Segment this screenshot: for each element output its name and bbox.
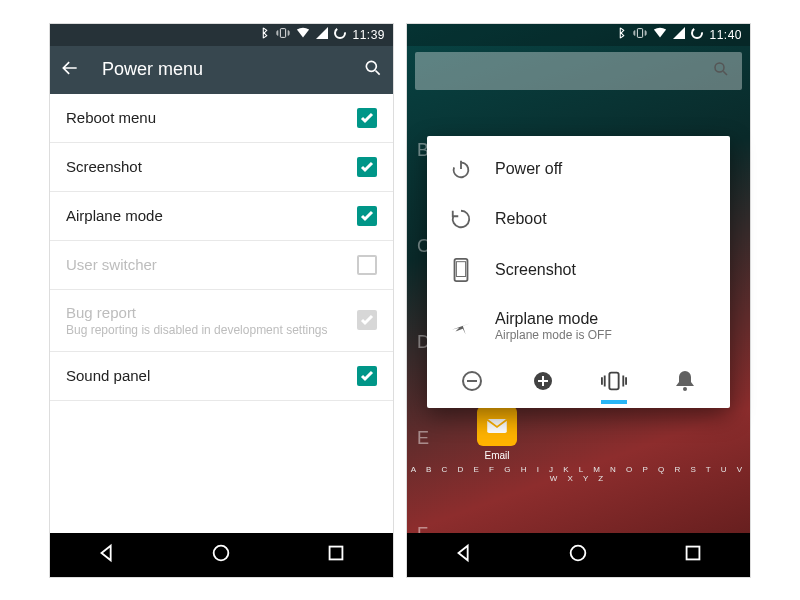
phone-right-power-dialog: 11:40 BCDEF Email A B C D E F G H I J K … (406, 23, 751, 578)
svg-rect-13 (467, 380, 477, 382)
app-label: Email (484, 450, 509, 461)
wifi-icon (653, 27, 667, 42)
power-icon (449, 158, 473, 180)
svg-point-3 (214, 545, 229, 560)
power-menu-airplane[interactable]: Airplane mode Airplane mode is OFF (427, 296, 730, 356)
power-menu-label: Power off (495, 160, 562, 178)
setting-reboot-menu[interactable]: Reboot menu (50, 94, 393, 143)
setting-airplane-mode[interactable]: Airplane mode (50, 192, 393, 241)
svg-rect-4 (329, 546, 342, 559)
svg-point-19 (571, 545, 586, 560)
toolbar: Power menu (50, 46, 393, 94)
search-icon[interactable] (363, 58, 383, 82)
status-bar: 11:39 (50, 24, 393, 46)
screenshot-icon (449, 258, 473, 282)
bluetooth-icon (260, 27, 270, 42)
status-clock: 11:39 (352, 28, 385, 42)
setting-user-switcher: User switcher (50, 241, 393, 290)
settings-list: Reboot menu Screenshot Airplane mode Use… (50, 94, 393, 533)
nav-home-icon[interactable] (567, 542, 589, 568)
sound-mode-row (427, 356, 730, 404)
svg-point-18 (683, 387, 687, 391)
svg-point-1 (335, 28, 345, 38)
page-title: Power menu (102, 59, 341, 80)
wifi-icon (296, 27, 310, 42)
setting-label: Bug report Bug reporting is disabled in … (66, 304, 357, 337)
status-bar: 11:40 (407, 24, 750, 46)
nav-recents-icon[interactable] (682, 542, 704, 568)
setting-label: Reboot menu (66, 109, 357, 126)
nav-back-icon[interactable] (453, 542, 475, 568)
email-icon (477, 406, 517, 446)
vibrate-icon (276, 27, 290, 42)
bluetooth-icon (617, 27, 627, 42)
power-menu-reboot[interactable]: Reboot (427, 194, 730, 244)
phone-left-power-menu-settings: 11:39 Power menu Reboot menu Screenshot … (49, 23, 394, 578)
loading-icon (691, 27, 703, 42)
cell-signal-icon (673, 27, 685, 42)
svg-rect-16 (538, 380, 548, 382)
setting-label: Screenshot (66, 158, 357, 175)
checkbox-checked-icon[interactable] (357, 108, 377, 128)
power-menu-label: Screenshot (495, 261, 576, 279)
setting-label: User switcher (66, 256, 357, 273)
nav-recents-icon[interactable] (325, 542, 347, 568)
svg-point-7 (715, 63, 724, 72)
setting-label: Airplane mode (66, 207, 357, 224)
setting-label: Sound panel (66, 367, 357, 384)
back-icon[interactable] (60, 58, 80, 82)
sound-mode-dnd-icon[interactable] (528, 366, 558, 396)
nav-bar (50, 533, 393, 577)
checkbox-checked-icon[interactable] (357, 157, 377, 177)
power-menu-screenshot[interactable]: Screenshot (427, 244, 730, 296)
nav-back-icon[interactable] (96, 542, 118, 568)
sound-mode-ring-icon[interactable] (670, 366, 700, 396)
alphabet-strip: A B C D E F G H I J K L M N O P Q R S T … (407, 465, 750, 483)
svg-rect-20 (686, 546, 699, 559)
airplane-icon (449, 315, 473, 337)
nav-bar (407, 533, 750, 577)
sound-mode-vibrate-icon[interactable] (599, 366, 629, 396)
power-dialog: Power off Reboot Screenshot Airplane mod… (427, 136, 730, 408)
reboot-icon (449, 208, 473, 230)
search-icon (712, 60, 730, 82)
checkbox-unchecked-icon (357, 255, 377, 275)
nav-home-icon[interactable] (210, 542, 232, 568)
checkbox-checked-icon[interactable] (357, 366, 377, 386)
power-menu-label: Reboot (495, 210, 547, 228)
checkbox-checked-icon[interactable] (357, 206, 377, 226)
search-bar[interactable] (415, 52, 742, 90)
sound-mode-silent-icon[interactable] (457, 366, 487, 396)
power-menu-power-off[interactable]: Power off (427, 144, 730, 194)
loading-icon (334, 27, 346, 42)
setting-screenshot[interactable]: Screenshot (50, 143, 393, 192)
vibrate-icon (633, 27, 647, 42)
svg-point-6 (692, 28, 702, 38)
setting-bug-report: Bug report Bug reporting is disabled in … (50, 290, 393, 352)
svg-point-2 (366, 61, 376, 71)
power-menu-label: Airplane mode Airplane mode is OFF (495, 310, 612, 342)
cell-signal-icon (316, 27, 328, 42)
svg-rect-11 (456, 261, 465, 276)
svg-rect-0 (281, 29, 286, 38)
svg-rect-5 (638, 29, 643, 38)
setting-sound-panel[interactable]: Sound panel (50, 352, 393, 401)
power-menu-sublabel: Airplane mode is OFF (495, 328, 612, 342)
status-clock: 11:40 (709, 28, 742, 42)
checkbox-checked-disabled-icon (357, 310, 377, 330)
svg-rect-17 (609, 372, 618, 389)
setting-sublabel: Bug reporting is disabled in development… (66, 323, 357, 337)
app-icon-email[interactable]: Email (477, 406, 517, 461)
